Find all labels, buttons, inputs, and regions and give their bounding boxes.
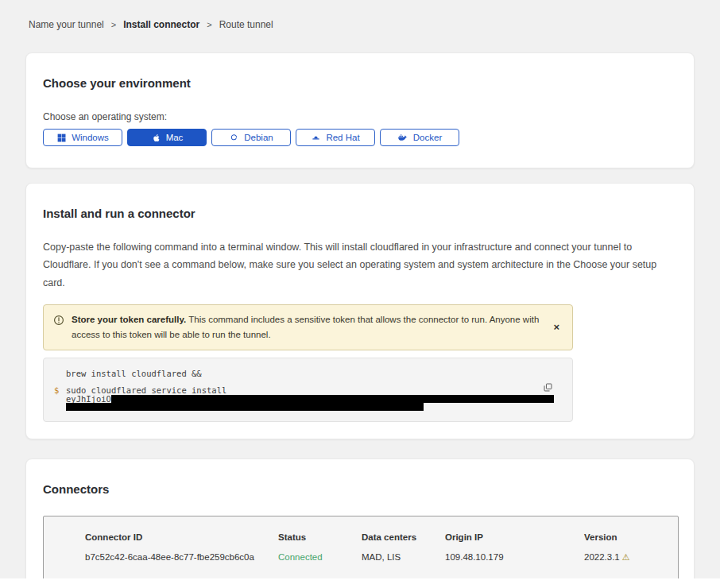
os-button-windows[interactable]: Windows — [43, 129, 122, 146]
cell-connector-id: b7c52c42-6caa-48ee-8c77-fbe259cb6c0a — [85, 552, 278, 563]
redhat-icon — [311, 133, 321, 143]
column-header-origin-ip: Origin IP — [445, 532, 584, 552]
token-warning-banner: Store your token carefully. This command… — [43, 304, 573, 350]
cell-data-centers: MAD, LIS — [362, 552, 445, 563]
shell-prompt: $ — [54, 386, 66, 395]
code-line: $ sudo cloudflared service install — [54, 386, 540, 395]
code-line: eyJhIjoiO — [54, 395, 540, 403]
bottom-strip — [0, 578, 720, 588]
code-line-text: brew install cloudflared && — [66, 369, 202, 378]
os-button-label: Debian — [244, 133, 273, 142]
redacted-token-bar — [111, 395, 554, 403]
alert-circle-icon — [53, 315, 64, 331]
breadcrumb-step-route-tunnel[interactable]: Route tunnel — [219, 19, 273, 30]
warning-triangle-icon: ⚠ — [622, 552, 630, 562]
install-command-code-block: brew install cloudflared && $ sudo cloud… — [43, 358, 573, 422]
os-button-docker[interactable]: Docker — [380, 129, 459, 146]
code-gutter — [54, 395, 66, 403]
warning-title: Store your token carefully. — [72, 315, 186, 324]
connectors-table: Connector ID Status Data centers Origin … — [43, 516, 679, 581]
breadcrumb-step-name-your-tunnel[interactable]: Name your tunnel — [29, 19, 104, 30]
os-select-label: Choose an operating system: — [43, 111, 677, 122]
os-button-debian[interactable]: Debian — [211, 129, 291, 146]
code-gutter — [54, 369, 66, 378]
breadcrumb: Name your tunnel > Install connector > R… — [25, 0, 695, 30]
connectors-table-grid: Connector ID Status Data centers Origin … — [85, 532, 662, 563]
connectors-card: Connectors Connector ID Status Data cent… — [25, 458, 695, 588]
os-button-label: Mac — [166, 133, 184, 142]
cell-version: 2022.3.1⚠ — [584, 552, 662, 563]
os-button-label: Red Hat — [326, 133, 359, 142]
redacted-token-bar — [66, 403, 424, 411]
os-button-group: Windows Mac Debian Red Hat — [43, 129, 677, 151]
install-connector-card: Install and run a connector Copy-paste t… — [25, 183, 695, 439]
copy-icon[interactable] — [541, 381, 555, 397]
environment-card-title: Choose your environment — [43, 76, 677, 90]
environment-card: Choose your environment Choose an operat… — [25, 52, 695, 168]
os-button-mac[interactable]: Mac — [127, 129, 207, 146]
debian-icon — [229, 133, 239, 143]
column-header-status: Status — [278, 532, 362, 552]
token-line: eyJhIjoiO — [66, 395, 554, 403]
breadcrumb-separator: > — [207, 20, 211, 29]
code-line — [54, 403, 540, 411]
apple-icon — [151, 133, 161, 143]
windows-icon — [56, 133, 67, 143]
close-icon[interactable]: × — [550, 320, 563, 334]
column-header-connector-id: Connector ID — [85, 532, 278, 552]
tunnel-setup-page: Name your tunnel > Install connector > R… — [0, 0, 720, 588]
column-header-version: Version — [584, 532, 662, 552]
breadcrumb-separator: > — [111, 20, 116, 29]
code-gutter — [54, 403, 66, 411]
token-line — [66, 403, 424, 411]
docker-icon — [397, 132, 408, 143]
os-button-label: Docker — [413, 133, 442, 142]
install-card-title: Install and run a connector — [43, 207, 677, 220]
install-card-description: Copy-paste the following command into a … — [43, 238, 677, 292]
version-value: 2022.3.1 — [584, 552, 620, 562]
breadcrumb-step-install-connector[interactable]: Install connector — [123, 19, 199, 30]
warning-text: Store your token carefully. This command… — [72, 312, 543, 342]
code-line: brew install cloudflared && — [54, 369, 540, 378]
connectors-card-title: Connectors — [43, 482, 677, 496]
cell-origin-ip: 109.48.10.179 — [445, 552, 584, 563]
column-header-data-centers: Data centers — [362, 532, 445, 552]
os-button-redhat[interactable]: Red Hat — [296, 129, 375, 146]
os-button-label: Windows — [72, 133, 109, 142]
status-badge: Connected — [278, 552, 362, 563]
